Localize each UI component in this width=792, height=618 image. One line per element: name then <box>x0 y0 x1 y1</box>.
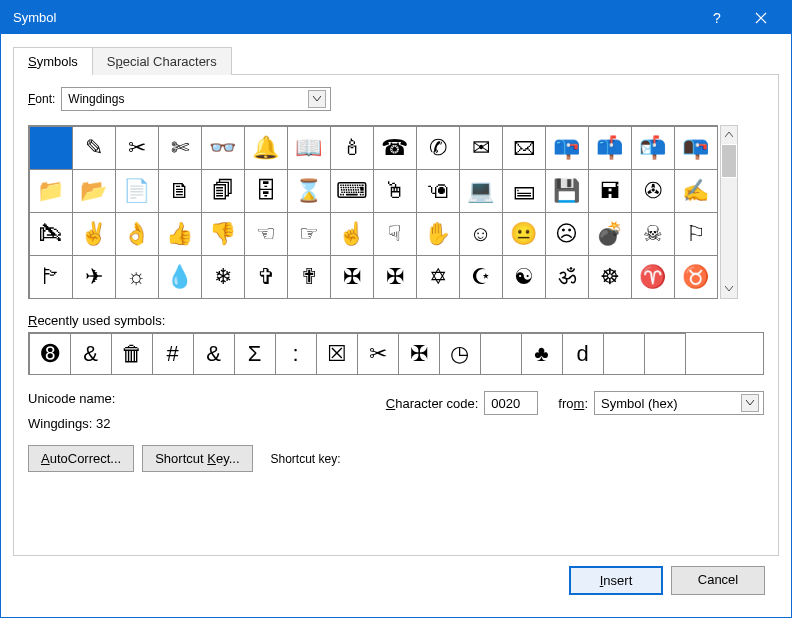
symbol-droplet[interactable]: 💧 <box>158 255 202 299</box>
symbol-bell[interactable]: 🔔 <box>244 126 288 170</box>
symbol-shadowed-cross[interactable]: ✟ <box>287 255 331 299</box>
symbol-scissors[interactable]: ✂ <box>115 126 159 170</box>
symbol-raised-hand[interactable]: ✋ <box>416 212 460 256</box>
symbol-victory-hand[interactable]: ✌ <box>72 212 116 256</box>
help-button[interactable]: ? <box>695 1 739 34</box>
symbol-point-down[interactable]: ☟ <box>373 212 417 256</box>
symbol-aries[interactable]: ♈ <box>631 255 675 299</box>
symbol-hourglass[interactable]: ⌛ <box>287 169 331 213</box>
symbol-maltese-cross[interactable]: ✠ <box>373 255 417 299</box>
symbol-yin-yang[interactable]: ☯ <box>502 255 546 299</box>
symbol-thumbs-up[interactable]: 👍 <box>158 212 202 256</box>
recent-sigma[interactable]: Σ <box>234 333 276 375</box>
symbol-hand-left[interactable]: 🖎 <box>29 212 73 256</box>
symbol-scissors-cut[interactable]: ✄ <box>158 126 202 170</box>
symbol-bomb[interactable]: 💣 <box>588 212 632 256</box>
recent-celtic-cross-recent[interactable]: ✠ <box>398 333 440 375</box>
symbol-mailbox-lowered[interactable]: 📭 <box>674 126 718 170</box>
symbol-document-text[interactable]: 🗎 <box>158 169 202 213</box>
symbol-telephone-handset[interactable]: ✆ <box>416 126 460 170</box>
symbol-pencil[interactable]: ✎ <box>72 126 116 170</box>
symbol-floppy-disk[interactable]: 💾 <box>545 169 589 213</box>
recent-trash[interactable]: 🗑 <box>111 333 153 375</box>
symbol-hard-disk[interactable]: 🖴 <box>502 169 546 213</box>
recent-eight-ball[interactable]: ➑ <box>29 333 71 375</box>
recent-ballot-x[interactable]: ☒ <box>316 333 358 375</box>
recent-letter-d[interactable]: d <box>562 333 604 375</box>
symbol-envelope-stamped[interactable]: 🖂 <box>502 126 546 170</box>
symbol-point-left[interactable]: ☜ <box>244 212 288 256</box>
symbol-snowflake[interactable]: ❄ <box>201 255 245 299</box>
insert-button[interactable]: Insert <box>569 566 663 595</box>
unicode-name-label: Unicode name: <box>28 391 115 406</box>
symbol-file-cabinet[interactable]: 🗄 <box>244 169 288 213</box>
symbol-keyboard[interactable]: ⌨ <box>330 169 374 213</box>
symbol-celtic-cross[interactable]: ✠ <box>330 255 374 299</box>
symbol-mouse[interactable]: 🖱 <box>373 169 417 213</box>
recent-club[interactable]: ♣ <box>521 333 563 375</box>
symbol-folder[interactable]: 📁 <box>29 169 73 213</box>
symbol-candle[interactable]: 🕯 <box>330 126 374 170</box>
symbol-mailbox-closed[interactable]: 📪 <box>545 126 589 170</box>
symbol-thumbs-down[interactable]: 👎 <box>201 212 245 256</box>
shortcut-key-button[interactable]: Shortcut Key... <box>142 445 252 472</box>
symbol-star-of-david[interactable]: ✡ <box>416 255 460 299</box>
symbol-airplane[interactable]: ✈ <box>72 255 116 299</box>
scroll-up-icon[interactable] <box>721 126 737 144</box>
symbol-eyeglasses[interactable]: 👓 <box>201 126 245 170</box>
symbol-folder-open[interactable]: 📂 <box>72 169 116 213</box>
symbol-floppy-disk-black[interactable]: 🖬 <box>588 169 632 213</box>
symbol-ok-hand[interactable]: 👌 <box>115 212 159 256</box>
symbol-writing-hand[interactable]: ✍ <box>674 169 718 213</box>
tab-symbols[interactable]: Symbols <box>13 47 93 75</box>
recent-blank-recent[interactable] <box>480 333 522 375</box>
symbol-mailbox-open[interactable]: 📬 <box>631 126 675 170</box>
symbol-flag[interactable]: ⚐ <box>674 212 718 256</box>
symbol-documents[interactable]: 🗐 <box>201 169 245 213</box>
close-button[interactable] <box>739 1 783 34</box>
symbol-latin-cross[interactable]: ✞ <box>244 255 288 299</box>
symbol-envelope[interactable]: ✉ <box>459 126 503 170</box>
symbol-document[interactable]: 📄 <box>115 169 159 213</box>
symbol-mailbox-flag[interactable]: 📫 <box>588 126 632 170</box>
symbol-taurus[interactable]: ♉ <box>674 255 718 299</box>
recent-ampersand[interactable]: & <box>193 333 235 375</box>
symbol-computer[interactable]: 💻 <box>459 169 503 213</box>
symbol-wheel-dharma[interactable]: ☸ <box>588 255 632 299</box>
recent-scissors-recent[interactable]: ✂ <box>357 333 399 375</box>
symbol-smiling-face[interactable]: ☺ <box>459 212 503 256</box>
recent-hash[interactable]: # <box>152 333 194 375</box>
symbol-dialog: Symbol ? Symbols Special Characters Font… <box>0 0 792 618</box>
cancel-button[interactable]: Cancel <box>671 566 765 595</box>
from-select[interactable]: Symbol (hex) <box>594 391 764 415</box>
symbol-sun[interactable]: ☼ <box>115 255 159 299</box>
tab-special-characters[interactable]: Special Characters <box>92 47 232 75</box>
symbol-frowning-face[interactable]: ☹ <box>545 212 589 256</box>
symbol-pennant[interactable]: 🏱 <box>29 255 73 299</box>
recent-colon[interactable]: : <box>275 333 317 375</box>
symbol-tape[interactable]: ✇ <box>631 169 675 213</box>
symbol-trackball[interactable]: 🖲 <box>416 169 460 213</box>
grid-scrollbar[interactable] <box>720 125 738 299</box>
recent-ampersand-script[interactable]: & <box>70 333 112 375</box>
recent-blank2[interactable] <box>603 333 645 375</box>
recent-clock[interactable]: ◷ <box>439 333 481 375</box>
symbol-open-book[interactable]: 📖 <box>287 126 331 170</box>
font-select[interactable]: Wingdings <box>61 87 331 111</box>
symbol-blank[interactable] <box>29 126 73 170</box>
symbol-point-up[interactable]: ☝ <box>330 212 374 256</box>
button-row: AutoCorrect... Shortcut Key... Shortcut … <box>28 445 764 472</box>
recent-blank3[interactable] <box>644 333 686 375</box>
charcode-input[interactable]: 0020 <box>484 391 538 415</box>
scroll-down-icon[interactable] <box>721 280 737 298</box>
symbol-telephone[interactable]: ☎ <box>373 126 417 170</box>
charcode-label: Character code: <box>386 396 479 411</box>
symbol-star-crescent[interactable]: ☪ <box>459 255 503 299</box>
scroll-thumb[interactable] <box>722 145 736 177</box>
symbol-om[interactable]: ॐ <box>545 255 589 299</box>
symbol-neutral-face[interactable]: 😐 <box>502 212 546 256</box>
symbol-skull-crossbones[interactable]: ☠ <box>631 212 675 256</box>
autocorrect-button[interactable]: AutoCorrect... <box>28 445 134 472</box>
symbol-point-right[interactable]: ☞ <box>287 212 331 256</box>
footer: Insert Cancel <box>13 556 779 605</box>
